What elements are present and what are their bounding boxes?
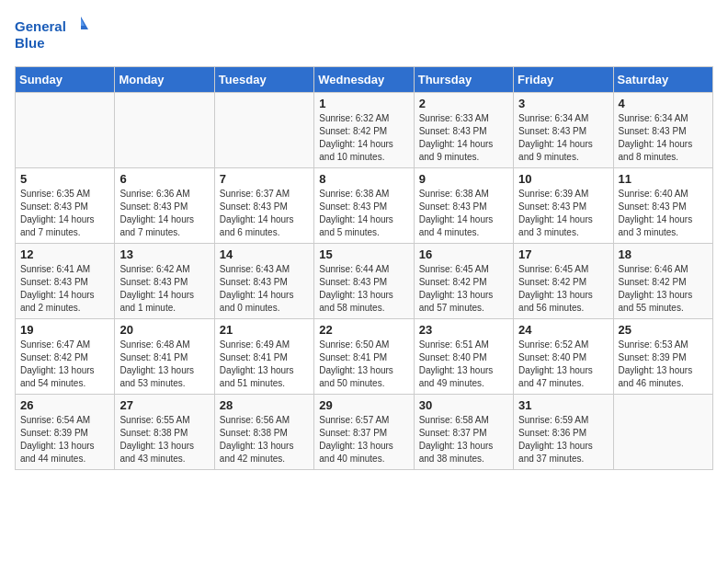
day-number: 2 <box>419 97 508 110</box>
calendar-cell: 2Sunrise: 6:33 AM Sunset: 8:43 PM Daylig… <box>414 93 513 168</box>
day-info: Sunrise: 6:58 AM Sunset: 8:37 PM Dayligh… <box>419 414 508 465</box>
day-info: Sunrise: 6:34 AM Sunset: 8:43 PM Dayligh… <box>619 112 708 164</box>
calendar-cell: 14Sunrise: 6:43 AM Sunset: 8:43 PM Dayli… <box>214 244 313 319</box>
day-number: 15 <box>319 247 408 261</box>
day-info: Sunrise: 6:45 AM Sunset: 8:42 PM Dayligh… <box>419 263 508 315</box>
calendar-cell: 19Sunrise: 6:47 AM Sunset: 8:42 PM Dayli… <box>16 319 115 395</box>
calendar-cell: 9Sunrise: 6:38 AM Sunset: 8:43 PM Daylig… <box>414 168 513 244</box>
calendar-cell: 5Sunrise: 6:35 AM Sunset: 8:43 PM Daylig… <box>16 168 115 244</box>
day-number: 5 <box>20 172 109 186</box>
calendar-cell: 12Sunrise: 6:41 AM Sunset: 8:43 PM Dayli… <box>16 244 115 319</box>
calendar-cell: 22Sunrise: 6:50 AM Sunset: 8:41 PM Dayli… <box>314 319 414 395</box>
weekday-header-tuesday: Tuesday <box>214 67 313 93</box>
day-number: 13 <box>119 247 209 261</box>
day-info: Sunrise: 6:36 AM Sunset: 8:43 PM Dayligh… <box>119 188 209 239</box>
day-number: 19 <box>20 323 109 337</box>
day-number: 24 <box>518 323 608 337</box>
day-number: 7 <box>220 172 309 186</box>
calendar-cell <box>16 93 115 168</box>
day-info: Sunrise: 6:52 AM Sunset: 8:40 PM Dayligh… <box>518 339 608 390</box>
weekday-header-friday: Friday <box>514 67 613 93</box>
calendar-cell: 25Sunrise: 6:53 AM Sunset: 8:39 PM Dayli… <box>613 319 712 395</box>
calendar-cell: 18Sunrise: 6:46 AM Sunset: 8:42 PM Dayli… <box>613 244 712 319</box>
day-info: Sunrise: 6:57 AM Sunset: 8:37 PM Dayligh… <box>319 414 408 465</box>
calendar-cell: 29Sunrise: 6:57 AM Sunset: 8:37 PM Dayli… <box>314 395 414 470</box>
calendar-cell: 17Sunrise: 6:45 AM Sunset: 8:42 PM Dayli… <box>514 244 613 319</box>
svg-text:Blue: Blue <box>15 35 45 51</box>
day-number: 29 <box>319 398 408 412</box>
day-number: 3 <box>518 97 608 110</box>
svg-text:General: General <box>15 18 66 34</box>
day-number: 22 <box>319 323 408 337</box>
calendar-cell: 13Sunrise: 6:42 AM Sunset: 8:43 PM Dayli… <box>115 244 214 319</box>
calendar-week-4: 19Sunrise: 6:47 AM Sunset: 8:42 PM Dayli… <box>16 319 713 395</box>
calendar-week-2: 5Sunrise: 6:35 AM Sunset: 8:43 PM Daylig… <box>16 168 713 244</box>
day-info: Sunrise: 6:51 AM Sunset: 8:40 PM Dayligh… <box>419 339 508 390</box>
day-number: 21 <box>220 323 309 337</box>
day-info: Sunrise: 6:32 AM Sunset: 8:42 PM Dayligh… <box>319 112 408 164</box>
day-number: 30 <box>419 398 508 412</box>
calendar-cell: 28Sunrise: 6:56 AM Sunset: 8:38 PM Dayli… <box>214 395 313 470</box>
logo-svg: General Blue <box>15 15 88 55</box>
calendar-cell: 4Sunrise: 6:34 AM Sunset: 8:43 PM Daylig… <box>613 93 712 168</box>
weekday-header-sunday: Sunday <box>16 67 115 93</box>
day-info: Sunrise: 6:59 AM Sunset: 8:36 PM Dayligh… <box>518 414 608 465</box>
day-number: 16 <box>419 247 508 261</box>
day-number: 8 <box>319 172 408 186</box>
day-info: Sunrise: 6:54 AM Sunset: 8:39 PM Dayligh… <box>20 414 109 465</box>
day-number: 26 <box>20 398 109 412</box>
weekday-header-monday: Monday <box>115 67 214 93</box>
day-number: 12 <box>20 247 109 261</box>
day-number: 23 <box>419 323 508 337</box>
day-info: Sunrise: 6:50 AM Sunset: 8:41 PM Dayligh… <box>319 339 408 390</box>
day-number: 11 <box>619 172 708 186</box>
calendar-cell: 26Sunrise: 6:54 AM Sunset: 8:39 PM Dayli… <box>16 395 115 470</box>
weekday-header-wednesday: Wednesday <box>314 67 414 93</box>
day-info: Sunrise: 6:39 AM Sunset: 8:43 PM Dayligh… <box>518 188 608 239</box>
calendar-cell: 8Sunrise: 6:38 AM Sunset: 8:43 PM Daylig… <box>314 168 414 244</box>
calendar-cell: 1Sunrise: 6:32 AM Sunset: 8:42 PM Daylig… <box>314 93 414 168</box>
calendar-cell: 3Sunrise: 6:34 AM Sunset: 8:43 PM Daylig… <box>514 93 613 168</box>
day-info: Sunrise: 6:55 AM Sunset: 8:38 PM Dayligh… <box>119 414 209 465</box>
day-info: Sunrise: 6:33 AM Sunset: 8:43 PM Dayligh… <box>419 112 508 164</box>
day-info: Sunrise: 6:42 AM Sunset: 8:43 PM Dayligh… <box>119 263 209 315</box>
calendar-week-1: 1Sunrise: 6:32 AM Sunset: 8:42 PM Daylig… <box>16 93 713 168</box>
day-number: 10 <box>518 172 608 186</box>
day-number: 27 <box>119 398 209 412</box>
day-number: 25 <box>619 323 708 337</box>
day-info: Sunrise: 6:37 AM Sunset: 8:43 PM Dayligh… <box>220 188 309 239</box>
logo: General Blue <box>15 15 88 55</box>
calendar-cell: 21Sunrise: 6:49 AM Sunset: 8:41 PM Dayli… <box>214 319 313 395</box>
calendar-cell <box>214 93 313 168</box>
calendar-cell: 30Sunrise: 6:58 AM Sunset: 8:37 PM Dayli… <box>414 395 513 470</box>
weekday-header-saturday: Saturday <box>613 67 712 93</box>
day-number: 17 <box>518 247 608 261</box>
weekday-header-thursday: Thursday <box>414 67 513 93</box>
day-info: Sunrise: 6:41 AM Sunset: 8:43 PM Dayligh… <box>20 263 109 315</box>
calendar-cell: 20Sunrise: 6:48 AM Sunset: 8:41 PM Dayli… <box>115 319 214 395</box>
day-number: 31 <box>518 398 608 412</box>
day-info: Sunrise: 6:56 AM Sunset: 8:38 PM Dayligh… <box>220 414 309 465</box>
calendar-cell: 31Sunrise: 6:59 AM Sunset: 8:36 PM Dayli… <box>514 395 613 470</box>
calendar-week-5: 26Sunrise: 6:54 AM Sunset: 8:39 PM Dayli… <box>16 395 713 470</box>
day-info: Sunrise: 6:43 AM Sunset: 8:43 PM Dayligh… <box>220 263 309 315</box>
day-info: Sunrise: 6:38 AM Sunset: 8:43 PM Dayligh… <box>319 188 408 239</box>
calendar-cell: 27Sunrise: 6:55 AM Sunset: 8:38 PM Dayli… <box>115 395 214 470</box>
calendar-cell: 24Sunrise: 6:52 AM Sunset: 8:40 PM Dayli… <box>514 319 613 395</box>
page-header: General Blue <box>15 15 713 55</box>
day-number: 4 <box>619 97 708 110</box>
calendar-cell: 7Sunrise: 6:37 AM Sunset: 8:43 PM Daylig… <box>214 168 313 244</box>
day-number: 20 <box>119 323 209 337</box>
calendar-cell: 11Sunrise: 6:40 AM Sunset: 8:43 PM Dayli… <box>613 168 712 244</box>
day-info: Sunrise: 6:48 AM Sunset: 8:41 PM Dayligh… <box>119 339 209 390</box>
calendar-cell: 15Sunrise: 6:44 AM Sunset: 8:43 PM Dayli… <box>314 244 414 319</box>
calendar-cell: 10Sunrise: 6:39 AM Sunset: 8:43 PM Dayli… <box>514 168 613 244</box>
day-info: Sunrise: 6:35 AM Sunset: 8:43 PM Dayligh… <box>20 188 109 239</box>
calendar-week-3: 12Sunrise: 6:41 AM Sunset: 8:43 PM Dayli… <box>16 244 713 319</box>
day-number: 14 <box>220 247 309 261</box>
day-info: Sunrise: 6:49 AM Sunset: 8:41 PM Dayligh… <box>220 339 309 390</box>
day-info: Sunrise: 6:40 AM Sunset: 8:43 PM Dayligh… <box>619 188 708 239</box>
day-info: Sunrise: 6:46 AM Sunset: 8:42 PM Dayligh… <box>619 263 708 315</box>
day-info: Sunrise: 6:45 AM Sunset: 8:42 PM Dayligh… <box>518 263 608 315</box>
calendar-table: SundayMondayTuesdayWednesdayThursdayFrid… <box>15 66 713 470</box>
